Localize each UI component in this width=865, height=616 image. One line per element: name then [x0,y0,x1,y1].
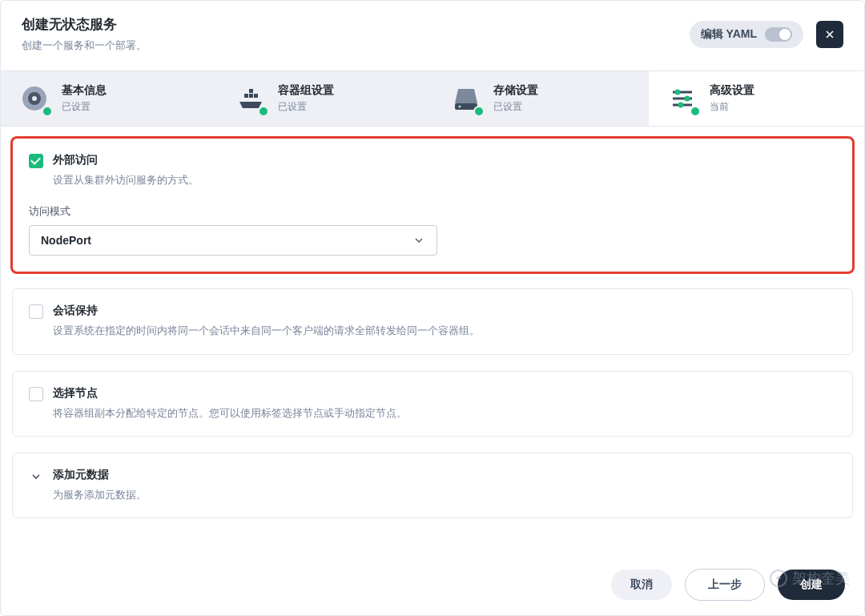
select-nodes-checkbox[interactable] [29,387,43,401]
modal-subtitle: 创建一个服务和一个部署。 [22,38,690,53]
step-basic-info[interactable]: 基本信息 已设置 [1,71,217,126]
panel-desc: 为服务添加元数据。 [53,489,147,501]
close-icon [823,28,836,41]
access-mode-value: NodePort [41,234,91,247]
edit-yaml-button[interactable]: 编辑 YAML [690,21,803,48]
panel-desc: 设置从集群外访问服务的方式。 [53,174,199,187]
step-storage[interactable]: 存储设置 已设置 [432,71,649,126]
modal-title: 创建无状态服务 [22,15,690,34]
cancel-button[interactable]: 取消 [611,570,672,600]
svg-rect-5 [254,94,258,98]
svg-point-10 [674,90,680,95]
panel-session-persistence: 会话保持 设置系统在指定的时间内将同一个会话中来自同一个客户端的请求全部转发给同… [12,288,853,354]
create-button[interactable]: 创建 [778,570,845,600]
svg-rect-6 [249,89,253,93]
step-container-group[interactable]: 容器组设置 已设置 [217,71,433,126]
panel-desc: 将容器组副本分配给特定的节点。您可以使用标签选择节点或手动指定节点。 [53,407,407,420]
svg-point-14 [678,103,683,108]
svg-rect-4 [249,94,253,98]
yaml-toggle[interactable] [765,27,792,42]
step-advanced[interactable]: 高级设置 当前 [649,71,865,126]
session-persistence-checkbox[interactable] [29,304,43,319]
panel-title: 添加元数据 [53,468,147,482]
close-button[interactable] [816,21,843,48]
storage-icon [450,83,482,115]
access-mode-select[interactable]: NodePort [29,225,437,256]
chevron-down-icon [412,234,425,247]
panel-title: 外部访问 [53,153,199,167]
svg-point-12 [684,96,690,102]
edit-yaml-label: 编辑 YAML [701,27,757,42]
panel-select-nodes: 选择节点 将容器组副本分配给特定的节点。您可以使用标签选择节点或手动指定节点。 [12,371,853,437]
record-icon [18,83,50,115]
svg-point-2 [32,96,37,101]
svg-point-8 [459,106,461,108]
wizard-stepper: 基本信息 已设置 容器组设置 已设置 存储设置 已设置 [1,70,864,127]
panel-title: 会话保持 [53,304,480,318]
panel-title: 选择节点 [53,386,407,401]
sliders-icon [666,83,698,115]
svg-rect-3 [244,94,248,98]
panel-desc: 设置系统在指定的时间内将同一个会话中来自同一个客户端的请求全部转发给同一个容器组… [53,324,480,337]
external-access-checkbox[interactable] [29,154,43,168]
previous-button[interactable]: 上一步 [685,569,765,601]
chevron-down-icon [30,470,42,483]
panel-external-access: 外部访问 设置从集群外访问服务的方式。 访问模式 NodePort [12,138,853,272]
access-mode-label: 访问模式 [29,204,836,219]
metadata-expand-button[interactable] [29,469,43,484]
panel-metadata: 添加元数据 为服务添加元数据。 [12,453,853,518]
ship-icon [235,83,267,115]
